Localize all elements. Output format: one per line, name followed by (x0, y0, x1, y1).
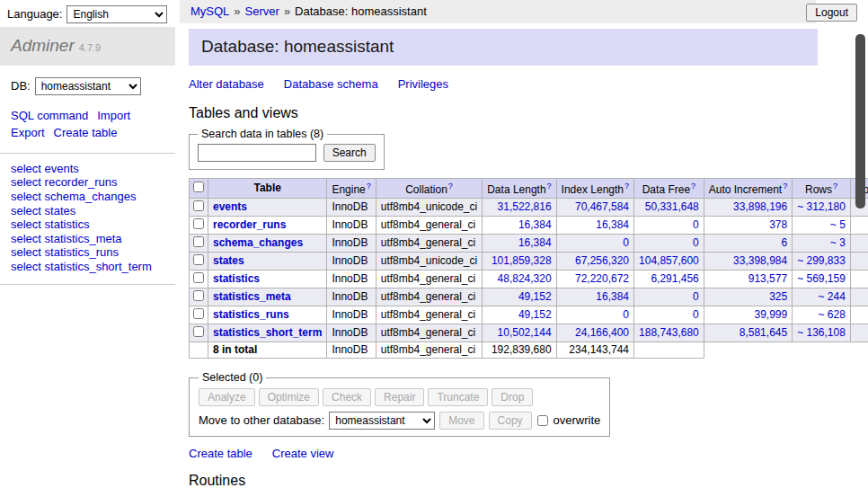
table-name-link[interactable]: states (213, 254, 244, 267)
data-length-cell[interactable]: 31,522,816 (483, 198, 556, 216)
sidebar-table-link[interactable]: select statistics_short_term (11, 260, 164, 274)
table-name-link[interactable]: schema_changes (213, 236, 303, 249)
data-length-cell[interactable]: 49,152 (483, 306, 556, 324)
overwrite-checkbox[interactable] (537, 415, 548, 426)
rows-cell[interactable]: ~ 136,108 (793, 324, 851, 342)
row-checkbox[interactable] (193, 308, 204, 319)
help-icon[interactable]: ? (547, 182, 552, 191)
sidebar-table-link[interactable]: select events (11, 162, 164, 176)
data-free-cell[interactable]: 0 (634, 216, 704, 234)
table-name-link[interactable]: statistics_runs (213, 308, 289, 321)
data-free-cell[interactable]: 0 (634, 234, 704, 252)
language-select[interactable]: English (66, 5, 167, 23)
auto-increment-cell[interactable]: 8,581,645 (704, 324, 792, 342)
data-length-cell[interactable]: 10,502,144 (483, 324, 556, 342)
auto-increment-cell[interactable]: 33,398,984 (704, 252, 792, 270)
copy-button[interactable]: Copy (489, 412, 532, 430)
row-checkbox[interactable] (193, 236, 204, 247)
help-icon[interactable]: ? (833, 182, 837, 191)
sidebar-table-link[interactable]: select schema_changes (11, 190, 164, 204)
rows-cell[interactable]: ~ 299,833 (793, 252, 851, 270)
auto-increment-cell[interactable]: 6 (704, 234, 792, 252)
truncate-button[interactable]: Truncate (428, 388, 488, 406)
analyze-button[interactable]: Analyze (199, 388, 255, 406)
index-length-cell[interactable]: 0 (556, 234, 633, 252)
index-length-cell[interactable]: 67,256,320 (556, 252, 633, 270)
rows-cell[interactable]: ~ 3 (793, 234, 851, 252)
data-free-cell[interactable]: 0 (634, 288, 704, 306)
data-length-cell[interactable]: 101,859,328 (483, 252, 556, 270)
rows-cell[interactable]: ~ 569,159 (793, 270, 851, 288)
row-checkbox[interactable] (193, 272, 204, 283)
index-length-cell[interactable]: 0 (556, 306, 633, 324)
sidebar-link[interactable]: Export (11, 124, 45, 142)
sidebar-link[interactable]: Create table (54, 124, 118, 142)
rows-cell[interactable]: ~ 244 (793, 288, 851, 306)
index-length-cell[interactable]: 72,220,672 (556, 270, 633, 288)
search-button[interactable]: Search (323, 144, 376, 162)
table-name-link[interactable]: statistics_short_term (213, 326, 322, 339)
sidebar-table-link[interactable]: select statistics_meta (11, 232, 164, 246)
sidebar-table-link[interactable]: select statistics_runs (11, 245, 164, 260)
data-free-cell[interactable]: 104,857,600 (634, 252, 704, 270)
sidebar-table-link[interactable]: select recorder_runs (11, 175, 164, 190)
rows-cell[interactable]: ~ 312,180 (793, 198, 851, 216)
data-free-cell[interactable]: 6,291,456 (634, 270, 704, 288)
help-icon[interactable]: ? (448, 182, 453, 191)
table-name-link[interactable]: recorder_runs (213, 218, 286, 231)
data-free-cell[interactable]: 188,743,680 (634, 324, 704, 342)
db-select[interactable]: homeassistant (35, 77, 141, 95)
help-icon[interactable]: ? (783, 182, 787, 191)
row-checkbox[interactable] (193, 254, 204, 265)
data-length-cell[interactable]: 16,384 (483, 216, 556, 234)
auto-increment-cell[interactable]: 378 (704, 216, 792, 234)
data-free-cell[interactable]: 50,331,648 (634, 198, 704, 216)
data-length-cell[interactable]: 48,824,320 (483, 270, 556, 288)
index-length-cell[interactable]: 16,384 (556, 288, 633, 306)
auto-increment-cell[interactable]: 913,577 (704, 270, 792, 288)
index-length-cell[interactable]: 16,384 (556, 216, 633, 234)
overwrite-label[interactable]: overwrite (554, 413, 601, 428)
check-button[interactable]: Check (323, 388, 371, 406)
auto-increment-cell[interactable]: 325 (704, 288, 792, 306)
help-icon[interactable]: ? (691, 182, 695, 191)
row-checkbox[interactable] (193, 290, 204, 301)
sidebar-table-link[interactable]: select statistics (11, 217, 164, 232)
sidebar-link[interactable]: Import (97, 107, 130, 125)
db-action-link[interactable]: Privileges (398, 77, 448, 91)
create-link[interactable]: Create view (272, 447, 334, 460)
sidebar-link[interactable]: SQL command (11, 107, 88, 125)
optimize-button[interactable]: Optimize (259, 388, 319, 406)
db-action-link[interactable]: Alter database (189, 77, 264, 91)
table-name-link[interactable]: statistics_meta (213, 290, 291, 303)
row-checkbox[interactable] (193, 200, 204, 211)
auto-increment-cell[interactable]: 33,898,196 (704, 198, 792, 216)
row-checkbox[interactable] (193, 218, 204, 229)
select-all-checkbox[interactable] (193, 182, 204, 192)
table-name-link[interactable]: events (213, 200, 247, 213)
auto-increment-cell[interactable]: 39,999 (704, 306, 792, 324)
rows-cell[interactable]: ~ 5 (793, 216, 851, 234)
breadcrumb-link-server[interactable]: Server (245, 4, 279, 19)
logout-button[interactable]: Logout (806, 4, 857, 22)
move-button[interactable]: Move (439, 412, 483, 430)
help-icon[interactable]: ? (624, 182, 629, 191)
create-link[interactable]: Create table (189, 447, 252, 460)
data-length-cell[interactable]: 49,152 (483, 288, 556, 306)
db-action-link[interactable]: Database schema (284, 77, 378, 91)
data-length-cell[interactable]: 16,384 (483, 234, 556, 252)
breadcrumb-link-mysql[interactable]: MySQL (190, 4, 229, 19)
index-length-cell[interactable]: 24,166,400 (556, 324, 633, 342)
rows-cell[interactable]: ~ 628 (793, 306, 851, 324)
repair-button[interactable]: Repair (375, 388, 424, 406)
data-free-cell[interactable]: 0 (634, 306, 704, 324)
row-checkbox[interactable] (193, 326, 204, 337)
move-db-select[interactable]: homeassistant (329, 412, 435, 430)
drop-button[interactable]: Drop (492, 388, 533, 406)
sidebar-table-link[interactable]: select states (11, 204, 164, 218)
help-icon[interactable]: ? (367, 182, 371, 191)
scrollbar-thumb[interactable] (855, 34, 865, 209)
index-length-cell[interactable]: 70,467,584 (556, 198, 633, 216)
table-name-link[interactable]: statistics (213, 272, 260, 285)
search-input[interactable] (198, 144, 316, 162)
